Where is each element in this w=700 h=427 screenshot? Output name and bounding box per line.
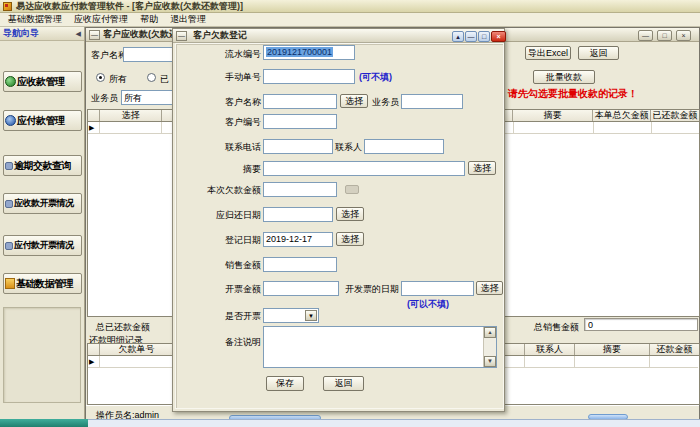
invoice-amount-input[interactable] [263,281,339,296]
minimize-icon[interactable]: — [465,31,477,42]
total-sales-value: 0 [584,318,698,331]
minimize-icon[interactable]: — [638,30,653,41]
menu-item-exit[interactable]: 退出管理 [164,12,212,27]
due-date-input[interactable] [263,207,333,222]
radio-all[interactable] [96,73,105,82]
sales-amount-input[interactable] [263,257,337,272]
salesman-input[interactable] [401,94,463,109]
batch-warning-text: 请先勾选要批量收款的记录！ [508,87,638,101]
invoice-hint: (可以不填) [407,298,449,311]
col-contact[interactable]: 联系人 [525,344,575,355]
owed-amount-input[interactable] [263,182,337,197]
scroll-down-icon[interactable]: ▼ [484,356,496,367]
maximize-icon[interactable]: □ [478,31,490,42]
maximize-icon[interactable]: □ [657,30,672,41]
menu-bar: 基础数据管理 应收应付管理 帮助 退出管理 [0,13,700,27]
col-repaid[interactable]: 已还款金额 [651,110,699,121]
summary-select-button[interactable]: 选择 [468,161,496,175]
menu-item-help[interactable]: 帮助 [134,12,164,27]
salesman-label: 业务员 [91,92,118,105]
close-icon[interactable]: × [491,31,506,42]
manual-no-input[interactable] [263,69,355,84]
serial-label: 流水编号 [201,48,261,61]
sidebar-header: 导航向导 ◀ [0,27,84,41]
sidebar-item-payables[interactable]: 应付款管理 [3,110,82,131]
sidebar-item-receivable-invoices[interactable]: 应收款开票情况 [3,193,82,214]
serial-value: 2019121700001 [266,47,333,57]
reg-date-label: 登记日期 [201,234,261,247]
textarea-scrollbar[interactable]: ▴ ▼ [483,327,496,367]
collapse-left-icon[interactable]: ◀ [76,30,81,38]
col-total-owed[interactable]: 本单总欠金额 [593,110,651,121]
desktop-fragment [0,419,88,427]
row-marker-column [88,110,100,121]
phone-label: 联系电话 [201,141,261,154]
sidebar-item-label: 应付款管理 [17,114,65,128]
sidebar-item-label: 基础数据管理 [16,277,73,291]
summary-input[interactable] [263,161,465,176]
invoice-date-label: 开发票的日期 [341,283,399,296]
col-summary[interactable]: 摘要 [575,344,650,355]
customer-name-label: 客户名称 [91,49,127,62]
dialog-back-button[interactable]: 返回 [323,376,364,391]
save-button[interactable]: 保存 [266,376,304,391]
radio-cleared-label: 已 [160,73,169,86]
sidebar-item-receivables[interactable]: 应收款管理 [3,71,82,92]
salesman-label: 业务员 [370,96,399,109]
sidebar-item-label: 应付款开票情况 [14,239,74,252]
customer-label: 客户名称 [201,96,261,109]
sidebar-item-label: 应收款开票情况 [14,197,74,210]
sidebar: 导航向导 ◀ 应收款管理 应付款管理 逾期交款查询 应收款开票情况 应付款开票情… [0,27,85,419]
manual-no-hint: (可不填) [359,71,392,84]
col-bill-no[interactable]: 欠款单号 [100,344,174,355]
sidebar-item-payable-invoices[interactable]: 应付款开票情况 [3,235,82,256]
remark-textarea[interactable]: ▴ ▼ [263,326,497,368]
reg-date-input[interactable]: 2019-12-17 [263,232,333,247]
radio-all-label: 所有 [109,73,127,86]
chevron-down-icon[interactable]: ▼ [305,310,317,321]
dialog-system-icon[interactable]: — [176,31,187,41]
batch-receive-button[interactable]: 批量收款 [533,70,595,84]
phone-input[interactable] [263,139,333,154]
sidebar-item-label: 逾期交款查询 [14,159,71,173]
row-marker-icon: ▶ [89,124,94,132]
row-marker-column [88,344,100,355]
app-icon [3,2,12,11]
sidebar-header-label: 导航向导 [3,27,39,40]
sidebar-item-base-data[interactable]: 基础数据管理 [3,273,82,294]
invoice-date-select-button[interactable]: 选择 [476,281,503,295]
col-summary[interactable]: 摘要 [513,110,593,121]
export-excel-button[interactable]: 导出Excel [525,46,571,60]
window-bottom-edge [88,419,700,427]
radio-cleared[interactable] [147,73,156,82]
close-icon[interactable]: × [676,30,691,41]
contact-input[interactable] [364,139,444,154]
sidebar-item-overdue-query[interactable]: 逾期交款查询 [3,155,82,176]
col-repay-amount[interactable]: 还款金额 [650,344,699,355]
menu-item-ar-ap[interactable]: 应收应付管理 [68,12,134,27]
money-icon [5,76,16,87]
customer-no-label: 客户编号 [201,116,261,129]
customer-input[interactable] [263,94,337,109]
invoiced-label: 是否开票 [201,310,261,323]
col-select[interactable]: 选择 [100,110,162,121]
serial-input[interactable]: 2019121700001 [263,45,355,60]
customer-select-button[interactable]: 选择 [340,94,368,108]
invoiced-select[interactable]: ▼ [263,308,319,323]
back-button[interactable]: 返回 [578,46,619,60]
rollup-icon[interactable]: ▴ [452,31,464,42]
customer-no-input[interactable] [263,114,337,129]
reg-date-select-button[interactable]: 选择 [336,232,364,246]
database-icon [5,278,15,289]
window-system-icon[interactable]: — [89,30,100,40]
debt-register-dialog: — 客户欠款登记 ▴ — □ × 流水编号 2019121700001 手动单号… [172,28,505,412]
menu-item-base-data[interactable]: 基础数据管理 [2,12,68,27]
due-date-select-button[interactable]: 选择 [336,207,364,221]
currency-chip [345,185,359,194]
invoice-date-input[interactable] [401,281,474,296]
remark-label: 备注说明 [201,336,261,349]
salesman-value: 所有 [124,93,142,103]
total-repaid-label: 总已还款金额 [96,321,150,334]
scroll-up-icon[interactable]: ▴ [484,327,496,338]
sales-amount-label: 销售金额 [201,259,261,272]
